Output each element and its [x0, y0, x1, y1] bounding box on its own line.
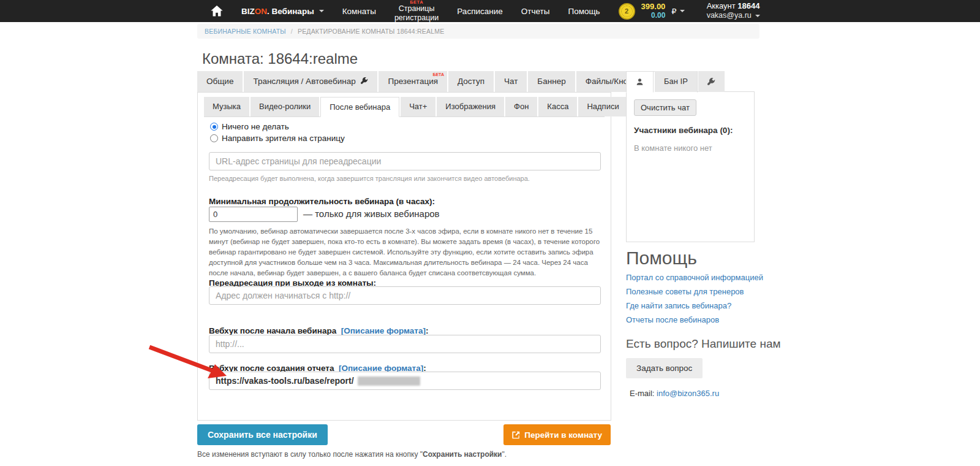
- go-to-room-label: Перейти в комнату: [524, 430, 602, 440]
- subtab-after-webinar[interactable]: После вебинара: [320, 97, 399, 117]
- redirect-url-input[interactable]: [209, 152, 601, 170]
- help-link-portal[interactable]: Портал со справочной информацией: [626, 273, 763, 282]
- subtab-captions[interactable]: Надписи: [578, 97, 627, 116]
- footer-note-prefix: Все изменения вступают в силу только пос…: [197, 450, 423, 459]
- balance[interactable]: 399.00 0.00: [641, 2, 666, 20]
- contact-email-line: E-mail: info@bizon365.ru: [630, 389, 719, 398]
- email-label: E-mail:: [630, 389, 654, 398]
- user-icon: [636, 78, 644, 86]
- subtab-background[interactable]: Фон: [505, 97, 537, 116]
- home-icon[interactable]: [211, 5, 223, 17]
- subtab-cashbox[interactable]: Касса: [538, 97, 577, 116]
- top-navigation-bar: BIZON. Вебинары Комнаты БЕТА Страницы ре…: [0, 0, 980, 22]
- redirect-note: Переадресация будет выполнена, когда зав…: [209, 175, 530, 182]
- nav-item-schedule[interactable]: Расписание: [457, 7, 502, 16]
- tab-chat-settings[interactable]: [698, 71, 725, 92]
- min-duration-suffix: — только для живых вебинаров: [303, 208, 440, 219]
- tab-broadcast[interactable]: Трансляция / Автовебинар: [244, 71, 377, 92]
- webhook-report-input[interactable]: https://vakas-tools.ru/base/report/: [209, 372, 601, 390]
- webhook-report-value: https://vakas-tools.ru/base/report/: [216, 376, 354, 386]
- brand-biz: BIZ: [241, 7, 255, 16]
- breadcrumb-current: РЕДАКТИРОВАНИЕ КОМНАТЫ 18644:REALME: [298, 28, 444, 35]
- beta-badge: БЕТА: [394, 0, 439, 4]
- colon: :: [426, 326, 429, 335]
- help-link-reports[interactable]: Отчеты после вебинаров: [626, 315, 719, 324]
- tab-presentation[interactable]: БЕТА Презентация: [379, 71, 447, 92]
- subtab-music[interactable]: Музыка: [204, 97, 249, 116]
- subtab-videos[interactable]: Видео-ролики: [251, 97, 319, 116]
- nav-item-reports[interactable]: Отчеты: [521, 7, 550, 16]
- email-link[interactable]: info@bizon365.ru: [657, 389, 719, 398]
- brand-rest: . Вебинары: [267, 7, 314, 16]
- radio-do-nothing[interactable]: Ничего не делать: [210, 122, 289, 131]
- chevron-down-icon: [680, 10, 685, 12]
- webhook-start-label: Вебхук после начала вебинара [Описание ф…: [209, 326, 428, 335]
- save-all-settings-button[interactable]: Сохранить все настройки: [197, 424, 328, 445]
- chevron-down-icon: [755, 15, 760, 17]
- page-title: Комната: 18644:realme: [202, 50, 358, 67]
- chevron-down-icon: [319, 10, 324, 12]
- tab-chat[interactable]: Чат: [495, 71, 527, 92]
- breadcrumb-separator: /: [291, 28, 293, 35]
- tab-general[interactable]: Общие: [197, 71, 243, 92]
- exit-redirect-input[interactable]: [209, 286, 601, 305]
- footer-note: Все изменения вступают в силу только пос…: [197, 450, 507, 459]
- wrench-icon: [361, 72, 368, 93]
- participants-count: Участники вебинара (0):: [634, 126, 747, 135]
- balance-secondary: 0.00: [651, 12, 665, 20]
- webhook-start-format-link[interactable]: [Описание формата]: [341, 326, 426, 335]
- room-tabs: Общие Трансляция / Автовебинар БЕТА През…: [197, 71, 699, 92]
- breadcrumb-rooms-link[interactable]: ВЕБИНАРНЫЕ КОМНАТЫ: [205, 28, 286, 35]
- ask-question-button[interactable]: Задать вопрос: [626, 358, 703, 378]
- min-duration-label: Минимальная продолжительность вебинара (…: [209, 197, 435, 206]
- brand-menu[interactable]: BIZON. Вебинары: [241, 7, 324, 16]
- footer-note-bold: Сохранить настройки: [423, 450, 502, 459]
- subtab-images[interactable]: Изображения: [437, 97, 504, 116]
- misc-settings-panel: Музыка Видео-ролики После вебинара Чат+ …: [197, 92, 611, 421]
- brand-on: ON: [255, 7, 267, 16]
- account-id: 18644: [737, 1, 760, 10]
- misc-subtabs: Музыка Видео-ролики После вебинара Чат+ …: [204, 97, 605, 117]
- empty-room-text: В комнате никого нет: [634, 143, 747, 153]
- tab-access[interactable]: Доступ: [448, 71, 494, 92]
- nav-item-help[interactable]: Помощь: [568, 7, 600, 16]
- external-link-icon: [512, 431, 520, 439]
- clear-chat-button[interactable]: Очистить чат: [634, 99, 696, 116]
- tab-banner[interactable]: Баннер: [528, 71, 575, 92]
- breadcrumb: ВЕБИНАРНЫЕ КОМНАТЫ / РЕДАКТИРОВАНИЕ КОМН…: [197, 24, 760, 39]
- nav-item-label: Страницы регистрации: [394, 4, 439, 21]
- min-duration-help: По умолчанию, вебинар автоматически заве…: [209, 226, 602, 278]
- tab-participants[interactable]: [626, 71, 654, 93]
- contact-title: Есть вопрос? Напишите нам: [626, 337, 781, 351]
- footer-note-suffix: ".: [502, 450, 507, 459]
- currency-symbol: ₽: [671, 7, 676, 16]
- nav-item-registration-pages[interactable]: БЕТА Страницы регистрации: [394, 0, 439, 22]
- wrench-icon: [707, 78, 715, 86]
- radio-redirect-label: Направить зрителя на страницу: [222, 134, 345, 143]
- subtab-chat-plus[interactable]: Чат+: [401, 97, 435, 116]
- account-menu[interactable]: Аккаунт 18644 vakas@ya.ru: [707, 1, 760, 21]
- redacted-value: [358, 376, 420, 386]
- tab-ban-ip[interactable]: Бан IP: [655, 71, 697, 92]
- min-duration-input[interactable]: [209, 207, 298, 222]
- radio-selected-icon: [210, 123, 218, 131]
- tab-broadcast-label: Трансляция / Автовебинар: [253, 77, 355, 86]
- nav-item-rooms[interactable]: Комнаты: [342, 7, 376, 16]
- help-title: Помощь: [626, 248, 697, 269]
- beta-badge: БЕТА: [432, 72, 444, 77]
- radio-unselected-icon: [210, 134, 218, 142]
- webhook-start-input[interactable]: [209, 335, 601, 353]
- currency-dropdown[interactable]: ₽: [671, 7, 684, 16]
- page: BIZON. Вебинары Комнаты БЕТА Страницы ре…: [0, 0, 980, 466]
- participants-panel: Очистить чат Участники вебинара (0): В к…: [626, 91, 755, 242]
- help-link-tips[interactable]: Полезные советы для тренеров: [626, 287, 744, 296]
- radio-do-nothing-label: Ничего не делать: [222, 122, 289, 131]
- balance-amount: 399.00: [641, 2, 666, 12]
- help-link-recording[interactable]: Где найти запись вебинара?: [626, 301, 731, 310]
- go-to-room-button[interactable]: Перейти в комнату: [503, 424, 611, 445]
- webhook-start-label-text: Вебхук после начала вебинара: [209, 326, 336, 335]
- account-email: vakas@ya.ru: [707, 11, 752, 21]
- coin-badge-icon: 2: [619, 3, 635, 20]
- account-label: Аккаунт: [707, 1, 736, 10]
- radio-redirect-viewer[interactable]: Направить зрителя на страницу: [210, 134, 345, 143]
